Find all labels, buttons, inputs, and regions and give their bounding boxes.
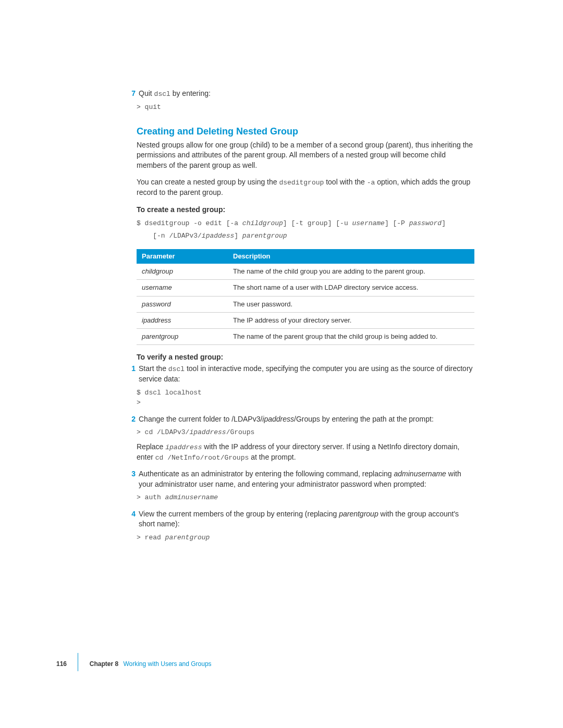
- code: /Groups: [226, 428, 255, 436]
- step-number: 1: [127, 364, 136, 374]
- code-italic: parentgroup: [165, 534, 210, 541]
- param-name: password: [137, 296, 228, 312]
- step-text: Start the dscl tool in interactive mode,…: [139, 364, 474, 385]
- table-row: childgroup The name of the child group y…: [137, 264, 474, 280]
- code-italic: childgroup: [242, 219, 283, 227]
- param-desc: The name of the child group you are addi…: [228, 264, 474, 280]
- code-italic: username: [352, 219, 384, 227]
- code: ] [-t group] [-u: [283, 219, 352, 227]
- param-desc: The short name of a user with LDAP direc…: [228, 280, 474, 296]
- code: [-n /LDAPv3/: [137, 232, 202, 240]
- inline-code: -a: [367, 179, 375, 187]
- verify-code-2: > cd /LDAPv3/ipaddress/Groups: [137, 425, 474, 442]
- verify-step-4: 4 View the current members of the group …: [137, 509, 474, 529]
- page-footer: 116 Chapter 8 Working with Users and Gro…: [56, 655, 212, 673]
- create-code-line1: $ dseditgroup -o edit [-a childgroup] [-…: [137, 216, 474, 231]
- text: /Groups by entering the path at the prom…: [294, 415, 434, 423]
- param-name: username: [137, 280, 228, 296]
- step-number: 7: [127, 89, 136, 99]
- code: ] [-P: [385, 219, 409, 227]
- text: at the prompt.: [249, 453, 296, 461]
- inline-code: dseditgroup: [279, 179, 324, 187]
- text: Change the current folder to /LDAPv3/: [139, 415, 262, 423]
- code: ]: [234, 232, 242, 240]
- text: tool in interactive mode, specifying the…: [139, 364, 473, 383]
- table-row: username The short name of a user with L…: [137, 280, 474, 296]
- code: > auth: [137, 493, 165, 501]
- italic: ipaddress: [262, 415, 294, 423]
- step-7-text: Quit dscl by entering:: [139, 89, 474, 99]
- step-text: Authenticate as an administrator by ente…: [139, 469, 474, 489]
- intro-paragraph-2: You can create a nested group by using t…: [137, 177, 474, 198]
- th-description: Description: [228, 249, 474, 264]
- step-number: 4: [127, 509, 136, 520]
- verify-code-1: $ dscl localhost >: [137, 386, 474, 414]
- code-italic: adminusername: [165, 493, 218, 501]
- code: > cd /LDAPv3/: [137, 428, 189, 436]
- verify-step-2-post: Replace ipaddress with the IP address of…: [137, 442, 474, 463]
- param-desc: The user password.: [228, 296, 474, 312]
- page: 7 Quit dscl by entering: > quit Creating…: [0, 0, 563, 728]
- verify-step-1: 1 Start the dscl tool in interactive mod…: [137, 364, 474, 385]
- code: > read: [137, 534, 165, 541]
- inline-code-italic: ipaddress: [165, 443, 202, 451]
- table-row: password The user password.: [137, 296, 474, 312]
- step-number: 3: [127, 469, 136, 479]
- chapter-title: Working with Users and Groups: [123, 660, 211, 668]
- param-desc: The IP address of your directory server.: [228, 312, 474, 328]
- parameter-table: Parameter Description childgroup The nam…: [137, 249, 474, 345]
- verify-code-4: > read parentgroup: [137, 530, 474, 549]
- table-header-row: Parameter Description: [137, 249, 474, 264]
- code-italic: parentgroup: [242, 232, 287, 240]
- inline-code: dscl: [168, 365, 185, 373]
- code-italic: ipaddess: [202, 232, 234, 240]
- verify-code-3: > auth adminusername: [137, 490, 474, 509]
- text: Replace: [137, 442, 165, 451]
- step-text: View the current members of the group by…: [139, 509, 474, 529]
- text: View the current members of the group by…: [139, 510, 339, 518]
- text: tool with the: [324, 178, 367, 186]
- create-group-title: To create a nested group:: [137, 205, 474, 215]
- inline-code: dscl: [154, 90, 170, 98]
- param-name: ipaddress: [137, 312, 228, 328]
- inline-code: cd /NetInfo/root/Groups: [155, 454, 249, 462]
- th-parameter: Parameter: [137, 249, 228, 264]
- italic: adminusername: [394, 470, 446, 478]
- code: ]: [442, 219, 446, 227]
- intro-paragraph-1: Nested groups allow for one group (child…: [137, 140, 474, 171]
- footer-divider: [78, 653, 78, 671]
- create-code-line2: [-n /LDAPv3/ipaddess] parentgroup: [137, 231, 474, 248]
- text: You can create a nested group by using t…: [137, 178, 279, 186]
- page-number: 116: [56, 660, 67, 668]
- text: by entering:: [170, 89, 211, 97]
- verify-group-title: To verify a nested group:: [137, 352, 474, 363]
- param-name: childgroup: [137, 264, 228, 280]
- table-row: ipaddress The IP address of your directo…: [137, 312, 474, 328]
- verify-step-2: 2 Change the current folder to /LDAPv3/i…: [137, 414, 474, 425]
- step-7: 7 Quit dscl by entering:: [137, 89, 474, 99]
- section-heading-wrap: Creating and Deleting Nested Group: [137, 125, 474, 138]
- code-italic: ipaddress: [189, 428, 226, 436]
- text: Quit: [139, 89, 154, 97]
- table-row: parentgroup The name of the parent group…: [137, 328, 474, 344]
- chapter-label: Chapter 8: [90, 660, 118, 668]
- code: $ dseditgroup -o edit [-a: [137, 219, 242, 227]
- text: Authenticate as an administrator by ente…: [139, 470, 394, 478]
- code-block-quit: > quit: [137, 100, 474, 119]
- section-heading: Creating and Deleting Nested Group: [137, 125, 474, 138]
- param-name: parentgroup: [137, 328, 228, 344]
- verify-step-3: 3 Authenticate as an administrator by en…: [137, 469, 474, 489]
- step-text: Change the current folder to /LDAPv3/ipa…: [139, 414, 474, 425]
- text: Start the: [139, 364, 168, 373]
- step-number: 2: [127, 414, 136, 425]
- code-italic: password: [409, 219, 442, 227]
- italic: parentgroup: [339, 510, 378, 518]
- param-desc: The name of the parent group that the ch…: [228, 328, 474, 344]
